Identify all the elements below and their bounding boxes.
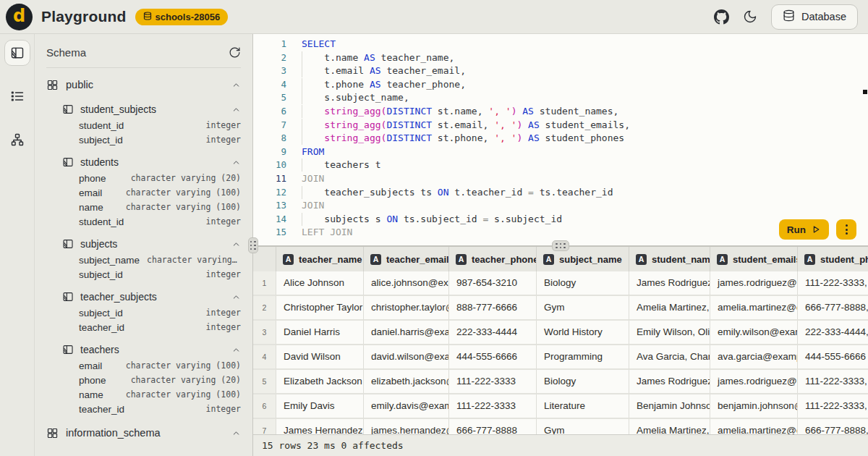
table-cell[interactable]: Literature: [537, 394, 629, 419]
vertical-splitter-grip[interactable]: [248, 237, 258, 253]
code-line[interactable]: 7 string_agg(DISTINCT st.email, ', ') AS…: [253, 119, 868, 132]
code-line[interactable]: 12 teacher_subjects ts ON t.teacher_id =…: [253, 186, 868, 200]
chevron-up-icon[interactable]: [231, 105, 241, 114]
code-line[interactable]: 1SELECT: [253, 38, 868, 51]
chevron-up-icon[interactable]: [231, 428, 241, 438]
table-cell[interactable]: 222-333-4444, 555-666-7777: [798, 321, 868, 345]
table-cell[interactable]: 987-654-3210: [449, 271, 537, 296]
table-cell[interactable]: Amelia Martinez, Isabella Brown: [629, 296, 710, 321]
code-line[interactable]: 10 teachers t: [253, 159, 868, 172]
chevron-up-icon[interactable]: [231, 345, 241, 355]
table-cell[interactable]: Benjamin Johnson, Chloe Walker: [629, 394, 710, 419]
database-button[interactable]: Database: [771, 4, 858, 30]
editor-menu-button[interactable]: [836, 219, 856, 240]
table-cell[interactable]: James Hernandez: [276, 419, 364, 434]
table-cell[interactable]: james.rodriguez@example.com: [710, 271, 798, 296]
schema-node[interactable]: information_schema: [46, 423, 241, 442]
code-line[interactable]: 5 s.subject_name,: [253, 91, 868, 105]
table-node[interactable]: teacher_subjects: [62, 288, 241, 305]
table-cell[interactable]: Programming: [537, 345, 629, 370]
table-cell[interactable]: 111-222-3333, 444-555-6666: [798, 394, 868, 419]
table-cell[interactable]: Gym: [537, 296, 629, 321]
table-cell[interactable]: James Rodriguez, Noah Davis: [629, 271, 710, 296]
table-node[interactable]: teachers: [62, 341, 241, 358]
column-header[interactable]: Astudent_names: [629, 247, 710, 271]
table-node[interactable]: student_subjects: [62, 101, 241, 118]
chevron-up-icon[interactable]: [231, 292, 241, 302]
code-line[interactable]: 15LEFT JOIN: [253, 226, 868, 240]
table-cell[interactable]: 444-555-6666: [798, 345, 868, 370]
table-cell[interactable]: World History: [537, 321, 629, 345]
refresh-icon[interactable]: [229, 46, 241, 59]
schema-node[interactable]: public: [46, 75, 241, 94]
table-cell[interactable]: emily.davis@example.com: [364, 394, 449, 419]
table-cell[interactable]: james.hernandez@example.com: [364, 419, 449, 434]
table-cell[interactable]: 666-777-8888, 888-999-0000: [798, 419, 868, 434]
table-cell[interactable]: 888-777-6666: [449, 296, 537, 321]
table-cell[interactable]: daniel.harris@example.com: [364, 321, 449, 345]
code-line[interactable]: 2 t.name AS teacher_name,: [253, 51, 868, 65]
rail-list-tab[interactable]: [4, 83, 30, 109]
table-cell[interactable]: Gym: [537, 419, 629, 434]
table-cell[interactable]: 111-222-3333, 555-666-7777: [798, 370, 868, 394]
column-name: subject_id: [79, 308, 123, 318]
code-line[interactable]: 11JOIN: [253, 172, 868, 186]
column-header[interactable]: Astudent_phones: [798, 247, 868, 271]
table-cell[interactable]: Ava Garcia, Charlotte Lee: [629, 345, 710, 370]
column-header[interactable]: Ateacher_phone: [449, 247, 537, 271]
table-cell[interactable]: david.wilson@example.com: [364, 345, 449, 370]
code-line[interactable]: 4 t.phone AS teacher_phone,: [253, 78, 868, 92]
table-cell[interactable]: Elizabeth Jackson: [276, 370, 364, 394]
horizontal-splitter-grip[interactable]: [552, 240, 569, 251]
table-cell[interactable]: Emily Davis: [276, 394, 364, 419]
column-header[interactable]: Asubject_name: [537, 247, 629, 271]
code-line[interactable]: 9FROM: [253, 145, 868, 159]
sql-editor[interactable]: 1SELECT2 t.name AS teacher_name,3 t.emai…: [253, 34, 868, 249]
dark-mode-moon-icon[interactable]: [743, 9, 757, 24]
table-cell[interactable]: christopher.taylor@example.com: [364, 296, 449, 321]
code-line[interactable]: 3 t.email AS teacher_email,: [253, 64, 868, 78]
table-node[interactable]: students: [62, 153, 241, 171]
chevron-up-icon[interactable]: [231, 80, 241, 90]
table-cell[interactable]: 666-777-8888: [449, 419, 537, 434]
column-header[interactable]: Astudent_emails: [710, 247, 798, 271]
table-cell[interactable]: 111-222-3333, 555-666-7777: [798, 271, 868, 296]
table-cell[interactable]: 111-222-3333: [449, 370, 537, 394]
column-header[interactable]: Ateacher_email: [364, 247, 449, 271]
table-cell[interactable]: Biology: [537, 370, 629, 394]
table-cell[interactable]: 666-777-8888, 888-999-0000: [798, 296, 868, 321]
table-cell[interactable]: benjamin.johnson@example.com: [710, 394, 798, 419]
table-node[interactable]: subjects: [62, 235, 241, 253]
chevron-up-icon[interactable]: [231, 158, 241, 167]
table-cell[interactable]: 222-333-4444: [449, 321, 537, 345]
table-cell[interactable]: 111-222-3333: [449, 394, 537, 419]
table-cell[interactable]: James Rodriguez, Noah Davis: [629, 370, 710, 394]
code-line[interactable]: 13JOIN: [253, 199, 868, 213]
run-button[interactable]: Run: [779, 219, 829, 240]
rail-relations-tab[interactable]: [4, 127, 30, 153]
table-cell[interactable]: Christopher Taylor: [276, 296, 364, 321]
table-cell[interactable]: ava.garcia@example.com: [710, 345, 798, 370]
table-cell[interactable]: Alice Johnson: [276, 271, 364, 296]
code-line[interactable]: 6 string_agg(DISTINCT st.name, ', ') AS …: [253, 105, 868, 119]
table-cell[interactable]: james.rodriguez@example.com: [710, 370, 798, 394]
table-cell[interactable]: amelia.martinez@example.com: [710, 296, 798, 321]
column-type: character varying (100): [147, 255, 241, 265]
table-cell[interactable]: Amelia Martinez, Isabella Brown: [629, 419, 710, 434]
table-cell[interactable]: Daniel Harris: [276, 321, 364, 345]
column-header[interactable]: Ateacher_name: [276, 247, 364, 271]
table-cell[interactable]: alice.johnson@example.com: [364, 271, 449, 296]
github-icon[interactable]: [714, 9, 729, 25]
table-cell[interactable]: amelia.martinez@example.com: [710, 419, 798, 434]
code-line[interactable]: 8 string_agg(DISTINCT st.phone, ', ') AS…: [253, 132, 868, 145]
table-cell[interactable]: 444-555-6666: [449, 345, 537, 370]
table-cell[interactable]: Emily Wilson, Olivia Smith: [629, 321, 710, 345]
editor-scrollbar-thumb[interactable]: [863, 90, 867, 94]
table-cell[interactable]: emily.wilson@example.com: [710, 321, 798, 345]
table-cell[interactable]: David Wilson: [276, 345, 364, 370]
rail-schema-tab[interactable]: [4, 40, 30, 66]
chevron-up-icon[interactable]: [231, 240, 241, 249]
code-line[interactable]: 14 subjects s ON ts.subject_id = s.subje…: [253, 213, 868, 227]
table-cell[interactable]: elizabeth.jackson@example.com: [364, 370, 449, 394]
table-cell[interactable]: Biology: [537, 271, 629, 296]
